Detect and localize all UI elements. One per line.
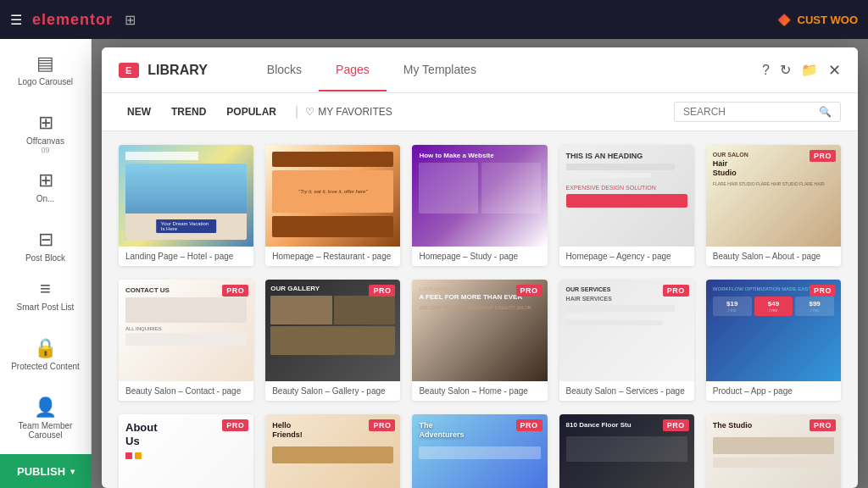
pro-badge-salon-about: PRO [810,150,836,162]
publish-bar[interactable]: PUBLISH ▾ [0,454,92,488]
template-card-salon-about[interactable]: OUR SALON HairStudio FLARE HAIR STUDIO F… [706,145,841,266]
refresh-icon[interactable]: ↻ [780,62,791,78]
sidebar-label-protected-content: Protected Content [11,362,81,371]
help-icon[interactable]: ? [762,63,770,78]
folder-icon[interactable]: 📁 [801,62,818,78]
filter-trend[interactable]: TREND [163,103,214,121]
sidebar-label-on: On... [11,194,81,203]
pro-badge-dance-floor: PRO [663,419,689,431]
template-card-dance-floor[interactable]: 810 Dance Floor Stu PRO 810 Dance Floor … [559,414,694,488]
favorites-label: MY FAVORITES [318,106,392,118]
search-input[interactable] [683,106,819,118]
sidebar-item-smart-post-list[interactable]: ≡ Smart Post List [8,271,84,319]
template-row-1: Your Dream Vacation Is Here Landing Page… [119,145,841,266]
template-thumb-salon-gallery: OUR GALLERY PRO [265,280,400,381]
template-label-salon-services: Beauty Salon – Services - page [559,381,694,401]
template-thumb-hello-friends: HelloFriends! PRO [265,414,400,488]
template-label-restaurant: Homepage – Restaurant - page [265,247,400,266]
template-card-the-studio[interactable]: The Studio PRO The Studio - page [706,414,841,488]
template-thumb-salon-home: LOOK AMAZING A FEEL FOR MORE THAN EVER W… [412,280,547,381]
modal-tabs: Blocks Pages My Templates [250,49,493,92]
sidebar-item-post-block[interactable]: ⊟ Post Block [8,222,84,269]
template-label-hotel: Landing Page – Hotel - page [119,247,253,266]
pro-badge-salon-contact: PRO [222,285,248,297]
template-card-restaurant[interactable]: "Try it, eat it, love it, offer here" Ho… [265,145,400,266]
template-thumb-agency: THIS IS AN HEADING EXPENSIVE DESIGN SOLU… [559,145,694,247]
pro-badge-adventurers: PRO [516,419,542,431]
tab-my-templates[interactable]: My Templates [387,49,493,92]
template-thumb-salon-about: OUR SALON HairStudio FLARE HAIR STUDIO F… [706,145,841,247]
grid-icon[interactable]: ⊞ [125,12,136,28]
pro-badge-the-studio: PRO [810,419,836,431]
pro-badge-salon-gallery: PRO [369,285,395,297]
template-thumb-dance-floor: 810 Dance Floor Stu PRO [559,414,694,488]
template-card-product-app[interactable]: WORKFLOW OPTIMIZATION MADE EASY $19 / mo… [706,280,841,401]
template-library-modal: E LIBRARY Blocks Pages My Templates ? ↻ … [102,47,858,488]
filter-bar: NEW TREND POPULAR | ♡ MY FAVORITES 🔍 [102,93,858,131]
template-card-hello-friends[interactable]: HelloFriends! PRO Hello Friends! - page [265,414,400,488]
template-thumb-hotel: Your Dream Vacation Is Here [119,145,253,247]
publish-label: PUBLISH [17,465,65,478]
hamburger-icon[interactable]: ☰ [10,12,22,28]
on-icon: ⊞ [11,169,81,191]
template-thumb-about-us: AboutUs PRO [119,414,253,488]
logo-carousel-icon: ▤ [11,53,81,75]
template-thumb-adventurers: TheAdventurers PRO [412,414,547,488]
template-card-agency[interactable]: THIS IS AN HEADING EXPENSIVE DESIGN SOLU… [559,145,694,266]
template-label-salon-gallery: Beauty Salon – Gallery - page [265,381,400,401]
template-card-salon-home[interactable]: LOOK AMAZING A FEEL FOR MORE THAN EVER W… [412,280,547,401]
modal-header-actions: ? ↻ 📁 ✕ [762,61,841,80]
team-member-carousel-icon: 👤 [11,396,81,419]
protected-content-icon: 🔒 [11,337,81,359]
filter-new[interactable]: NEW [119,103,159,121]
search-icon: 🔍 [819,106,832,118]
template-card-salon-services[interactable]: OUR SERVICES HAIR SERVICES PRO Beauty Sa… [559,280,694,401]
topbar: ☰ elementor ⊞ 🔶 CUST WOO [0,0,868,39]
template-grid: Your Dream Vacation Is Here Landing Page… [102,131,858,488]
sidebar-label-logo-carousel: Logo Carousel [11,77,81,86]
template-label-product-app: Product – App - page [706,381,841,401]
template-card-salon-gallery[interactable]: OUR GALLERY PRO Beauty Salon – Gallery -… [265,280,400,401]
sidebar-label-post-block: Post Block [11,253,81,263]
template-thumb-study: How to Make a Website [412,145,547,247]
template-card-salon-contact[interactable]: CONTACT US ALL INQUIRIES PRO Beauty Salo… [119,280,253,401]
template-row-3: AboutUs PRO About Us - page [119,414,841,488]
sidebar-num-offcanvas: 09 [11,146,81,154]
offcanvas-icon: ⊞ [11,112,81,134]
modal-header: E LIBRARY Blocks Pages My Templates ? ↻ … [102,47,858,93]
elementor-logo: elementor [32,11,113,29]
filter-popular[interactable]: POPULAR [218,103,285,121]
woo-text: CUST WOO [798,14,859,26]
tab-pages[interactable]: Pages [319,49,387,92]
template-card-study[interactable]: How to Make a Website Homepage – Study -… [412,145,547,266]
post-block-icon: ⊟ [11,229,81,251]
sidebar-item-protected-content[interactable]: 🔒 Protected Content [8,330,84,378]
sidebar-item-team-member-carousel[interactable]: 👤 Team Member Carousel [8,390,84,446]
pro-badge-hello-friends: PRO [369,419,395,431]
template-thumb-the-studio: The Studio PRO [706,414,841,488]
filter-favorites[interactable]: ♡ MY FAVORITES [305,106,392,118]
sidebar: ▤ Logo Carousel ⊞ Offcanvas 09 ⊞ On... ⊟… [0,39,92,488]
template-card-about-us[interactable]: AboutUs PRO About Us - page [119,414,253,488]
filter-separator: | [295,104,298,119]
smart-post-list-icon: ≡ [11,278,81,300]
template-thumb-restaurant: "Try it, eat it, love it, offer here" [265,145,400,247]
template-card-hotel[interactable]: Your Dream Vacation Is Here Landing Page… [119,145,253,266]
pro-badge-about-us: PRO [222,419,248,431]
template-thumb-salon-contact: CONTACT US ALL INQUIRIES PRO [119,280,253,381]
template-label-study: Homepage – Study - page [412,247,547,266]
tab-blocks[interactable]: Blocks [250,49,319,92]
sidebar-label-smart-post-list: Smart Post List [11,302,81,312]
sidebar-item-offcanvas[interactable]: ⊞ Offcanvas 09 [8,105,84,161]
modal-overlay: E LIBRARY Blocks Pages My Templates ? ↻ … [92,39,868,488]
template-label-salon-home: Beauty Salon – Home - page [412,381,547,401]
publish-dropdown-icon[interactable]: ▾ [70,467,75,476]
library-badge: E [119,63,139,78]
close-button[interactable]: ✕ [828,61,841,80]
sidebar-label-offcanvas: Offcanvas [11,136,81,146]
template-card-adventurers[interactable]: TheAdventurers PRO The Adventurers - pag… [412,414,547,488]
pro-badge-salon-services: PRO [663,285,689,297]
sidebar-item-on[interactable]: ⊞ On... [8,163,84,210]
template-label-agency: Homepage – Agency - page [559,247,694,266]
sidebar-item-logo-carousel[interactable]: ▤ Logo Carousel [8,46,84,93]
